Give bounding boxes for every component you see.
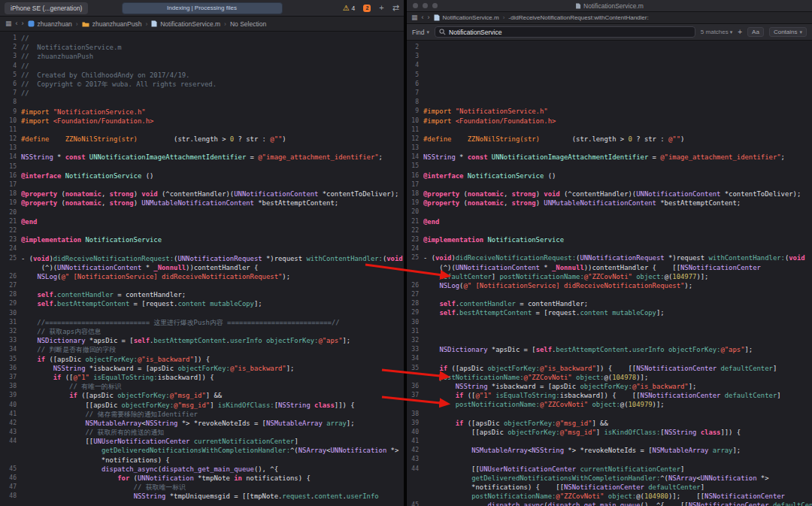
code-line[interactable]: 10#import <Foundation/Foundation.h> bbox=[407, 117, 812, 126]
line-number[interactable]: 34 bbox=[407, 354, 423, 363]
line-number[interactable]: 25 bbox=[407, 253, 423, 262]
line-number[interactable]: 47 bbox=[0, 483, 21, 492]
code-line[interactable]: *notifications) { bbox=[0, 456, 404, 465]
code-line[interactable]: 25- (void)didReceiveNotificationRequest:… bbox=[407, 253, 812, 262]
line-number[interactable]: 43 bbox=[407, 455, 423, 464]
code-line[interactable]: 27 bbox=[0, 281, 404, 290]
line-number[interactable]: 33 bbox=[407, 345, 423, 354]
line-number[interactable]: 22 bbox=[0, 226, 21, 235]
line-number[interactable]: 7 bbox=[407, 89, 423, 98]
code-line[interactable]: 14NSString * const UNNotificationImageAt… bbox=[0, 153, 404, 162]
line-number[interactable]: 9 bbox=[407, 107, 423, 116]
line-number[interactable]: 11 bbox=[407, 126, 423, 135]
line-number[interactable]: 19 bbox=[407, 198, 423, 208]
line-number[interactable]: 42 bbox=[0, 419, 21, 428]
code-line[interactable]: 9#import "NotificationService.h" bbox=[407, 107, 812, 116]
code-line[interactable]: 16@interface NotificationService () bbox=[407, 171, 812, 180]
code-line[interactable]: 7// bbox=[0, 89, 404, 98]
line-number[interactable]: 14 bbox=[407, 153, 423, 162]
code-line[interactable]: 29 self.bestAttemptContent = [request.co… bbox=[407, 308, 812, 317]
line-number[interactable]: 29 bbox=[0, 299, 21, 308]
code-line[interactable]: 17 bbox=[0, 180, 404, 189]
code-line[interactable]: 48 NSString *tmpUniquemsgid = [[tmpNote.… bbox=[0, 492, 404, 501]
line-number[interactable]: 1 bbox=[0, 34, 21, 43]
minimize-button[interactable] bbox=[423, 3, 428, 8]
code-line[interactable]: 41 // 储存需要移除的通知Identifier bbox=[0, 410, 404, 419]
code-line[interactable]: 38 // 有唯一的标识 bbox=[0, 382, 404, 391]
back-icon[interactable]: ‹ bbox=[16, 20, 18, 27]
code-line[interactable]: 26 NSLog(@" [NotificationService] didRec… bbox=[0, 272, 404, 281]
line-number[interactable]: 19 bbox=[0, 198, 21, 208]
scheme-device-selector[interactable]: iPhone SE (...generation) bbox=[5, 2, 88, 14]
code-line[interactable]: 4// bbox=[0, 62, 404, 71]
code-line[interactable]: postNotificationName:@"ZZCovNoti" object… bbox=[407, 400, 812, 409]
line-number[interactable]: 10 bbox=[0, 117, 21, 126]
line-number[interactable]: 9 bbox=[0, 108, 21, 117]
source-editor[interactable]: 23456789#import "NotificationService.h"1… bbox=[407, 41, 812, 506]
code-line[interactable]: 22 bbox=[0, 226, 404, 235]
line-number[interactable] bbox=[407, 492, 423, 501]
match-case-toggle[interactable]: Aa bbox=[747, 27, 764, 37]
code-line[interactable]: 34 // 判断是否有撤回的字段 bbox=[0, 345, 404, 354]
line-number[interactable]: 7 bbox=[0, 89, 21, 98]
breadcrumb-selection[interactable]: No Selection bbox=[230, 20, 266, 28]
code-line[interactable]: 33 NSDictionary *apsDic = [self.bestAtte… bbox=[0, 336, 404, 345]
line-number[interactable]: 24 bbox=[407, 244, 423, 253]
code-line[interactable]: 3// zhuanzhuanPush bbox=[0, 52, 404, 61]
line-number[interactable]: 46 bbox=[0, 474, 21, 483]
code-line[interactable]: 45 dispatch_async(dispatch_get_main_queu… bbox=[407, 501, 812, 506]
code-line[interactable]: 20 bbox=[407, 208, 812, 217]
editor-layout-icon[interactable]: ⇄ bbox=[392, 4, 399, 12]
code-line[interactable]: 47 // 获取唯一标识 bbox=[0, 483, 404, 492]
code-line[interactable]: 8 bbox=[0, 98, 404, 107]
code-line[interactable]: 36 NSString *isbackward = [apsDic object… bbox=[407, 382, 812, 391]
code-line[interactable]: 21@end bbox=[0, 217, 404, 226]
warning-badge[interactable]: ⚠ 4 bbox=[343, 5, 356, 12]
code-line[interactable]: 21@end bbox=[407, 217, 812, 226]
code-line[interactable]: 28 self.contentHandler = contentHandler; bbox=[0, 290, 404, 299]
code-line[interactable]: 29 self.bestAttemptContent = [request.co… bbox=[0, 299, 404, 308]
line-number[interactable]: 18 bbox=[0, 189, 21, 198]
code-line[interactable]: 3 bbox=[407, 52, 812, 61]
line-number[interactable]: 22 bbox=[407, 226, 423, 235]
code-line[interactable]: 27 bbox=[407, 290, 812, 299]
code-line[interactable]: 4 bbox=[407, 61, 812, 70]
line-number[interactable]: 35 bbox=[0, 355, 21, 364]
line-number[interactable] bbox=[0, 446, 21, 455]
code-line[interactable]: 13 bbox=[407, 144, 812, 153]
line-number[interactable]: 13 bbox=[0, 144, 21, 153]
code-line[interactable]: 28 self.contentHandler = contentHandler; bbox=[407, 299, 812, 308]
code-line[interactable]: getDeliveredNotificationsWithCompletionH… bbox=[407, 474, 812, 483]
code-line[interactable]: 17 bbox=[407, 180, 812, 189]
code-line[interactable]: 32 // 获取aps内容信息 bbox=[0, 327, 404, 336]
line-number[interactable]: 42 bbox=[407, 446, 423, 455]
line-number[interactable]: 2 bbox=[0, 43, 21, 52]
line-number[interactable]: 44 bbox=[0, 437, 21, 446]
code-line[interactable]: 33 NSDictionary *apsDic = [self.bestAtte… bbox=[407, 345, 812, 354]
add-filter-button[interactable]: + bbox=[738, 29, 742, 36]
line-number[interactable]: 45 bbox=[407, 501, 423, 506]
line-number[interactable]: 16 bbox=[0, 171, 21, 180]
line-number[interactable] bbox=[407, 483, 423, 492]
code-line[interactable]: 24 bbox=[0, 244, 404, 253]
line-number[interactable]: 17 bbox=[407, 180, 423, 189]
line-number[interactable]: 30 bbox=[0, 309, 21, 318]
code-line[interactable]: 35 if ([apsDic objectForKey:@"is_backwar… bbox=[407, 364, 812, 373]
code-line[interactable]: 16@interface NotificationService () bbox=[0, 171, 404, 180]
code-line[interactable]: 44 [[UNUserNotificationCenter currentNot… bbox=[407, 465, 812, 474]
forward-icon[interactable]: › bbox=[428, 14, 430, 21]
code-line[interactable]: 25- (void)didReceiveNotificationRequest:… bbox=[0, 254, 404, 263]
code-line[interactable]: (^)(UNNotificationContent * _Nonnull))co… bbox=[0, 263, 404, 272]
code-line[interactable]: 11 bbox=[407, 126, 812, 135]
line-number[interactable]: 28 bbox=[0, 290, 21, 299]
code-line[interactable]: postNotificationName:@"ZZCovNoti" object… bbox=[407, 373, 812, 382]
zoom-button[interactable] bbox=[432, 3, 438, 8]
code-line[interactable]: 6 bbox=[407, 80, 812, 89]
line-number[interactable]: 36 bbox=[0, 364, 21, 373]
code-line[interactable]: *notifications) { [[NSNotificationCenter… bbox=[407, 483, 812, 492]
code-line[interactable]: 36 NSString *isbackward = [apsDic object… bbox=[0, 364, 404, 373]
line-number[interactable]: 16 bbox=[407, 171, 423, 180]
add-editor-button[interactable]: + bbox=[379, 4, 383, 12]
line-number[interactable]: 37 bbox=[407, 391, 423, 400]
code-line[interactable]: 11 bbox=[0, 126, 404, 135]
